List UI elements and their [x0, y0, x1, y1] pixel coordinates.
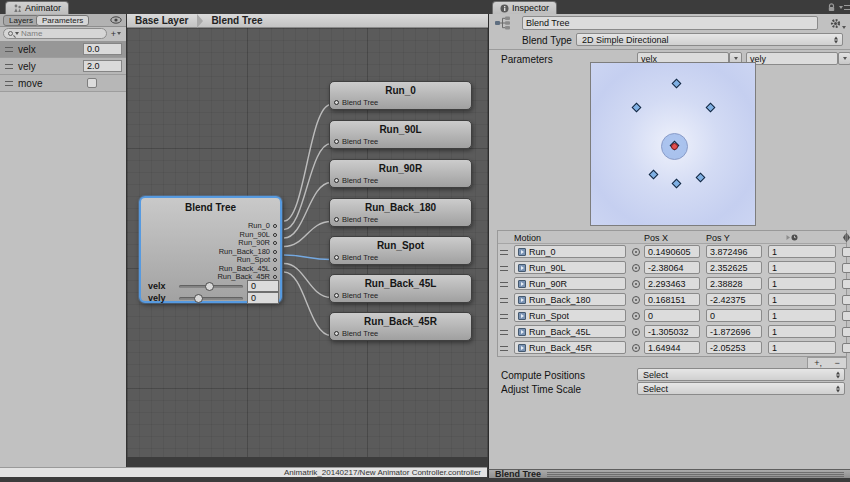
- speed-field[interactable]: 1: [768, 245, 836, 258]
- input-port-icon[interactable]: [334, 293, 339, 298]
- blend-sample-diamond[interactable]: [695, 172, 705, 182]
- motion-node[interactable]: Run_Back_45RBlend Tree: [329, 312, 472, 341]
- motion-node[interactable]: Run_Back_180Blend Tree: [329, 198, 472, 227]
- blend-sample-diamond[interactable]: [648, 170, 658, 180]
- blend-tree-graph-canvas[interactable]: Blend Tree Run_0Run_90LRun_90RRun_Back_1…: [127, 28, 488, 457]
- speed-field[interactable]: 1: [768, 261, 836, 274]
- slider-value-field[interactable]: 0: [247, 280, 279, 292]
- pos-y-field[interactable]: 2.352625: [706, 261, 762, 274]
- add-motion-button[interactable]: +,: [814, 358, 822, 368]
- parameter-value-field[interactable]: 2.0: [83, 60, 122, 72]
- pos-x-field[interactable]: 0.168151: [644, 293, 700, 306]
- speed-field[interactable]: 1: [768, 293, 836, 306]
- param-y-dropdown[interactable]: vely: [746, 52, 838, 65]
- output-port-icon[interactable]: [273, 241, 277, 245]
- add-parameter-button[interactable]: +: [109, 28, 123, 39]
- mirror-checkbox[interactable]: [842, 343, 850, 353]
- input-port-icon[interactable]: [334, 331, 339, 336]
- blend-tree-node[interactable]: Blend Tree Run_0Run_90LRun_90RRun_Back_1…: [139, 196, 282, 303]
- pos-y-field[interactable]: 3.872496: [706, 245, 762, 258]
- pos-x-field[interactable]: 0.1490605: [644, 245, 700, 258]
- motion-object-field[interactable]: Run_Back_45L: [514, 325, 626, 338]
- mirror-checkbox[interactable]: [842, 295, 850, 305]
- adjust-time-scale-dropdown[interactable]: Select: [637, 382, 845, 395]
- motion-object-field[interactable]: Run_Spot: [514, 309, 626, 322]
- pos-y-field[interactable]: -2.42375: [706, 293, 762, 306]
- object-picker-icon[interactable]: [632, 264, 640, 272]
- parameter-row[interactable]: velx0.0: [0, 41, 126, 58]
- object-picker-icon[interactable]: [632, 248, 640, 256]
- eye-icon[interactable]: [110, 16, 122, 24]
- gear-icon[interactable]: [830, 18, 846, 29]
- drag-handle-icon[interactable]: [500, 298, 508, 303]
- mirror-checkbox[interactable]: [842, 247, 850, 257]
- preview-pane-header[interactable]: Blend Tree: [488, 469, 850, 478]
- output-port-icon[interactable]: [273, 275, 277, 279]
- blend-sample-diamond[interactable]: [671, 79, 681, 89]
- mirror-checkbox[interactable]: [842, 327, 850, 337]
- parameter-row[interactable]: move: [0, 75, 126, 92]
- parameter-value-field[interactable]: 0.0: [83, 43, 122, 55]
- blend-tree-name-field[interactable]: Blend Tree: [522, 16, 818, 30]
- current-position-dot[interactable]: [671, 143, 678, 150]
- slider-thumb[interactable]: [194, 294, 203, 303]
- drag-handle-icon[interactable]: [500, 266, 508, 271]
- output-port-icon[interactable]: [273, 224, 277, 228]
- slider-value-field[interactable]: 0: [247, 292, 279, 304]
- input-port-icon[interactable]: [334, 217, 339, 222]
- object-picker-icon[interactable]: [632, 312, 640, 320]
- motion-node[interactable]: Run_0Blend Tree: [329, 81, 472, 110]
- output-port-icon[interactable]: [273, 258, 277, 262]
- speed-field[interactable]: 1: [768, 277, 836, 290]
- object-picker-icon[interactable]: [632, 296, 640, 304]
- blend-sample-diamond[interactable]: [672, 178, 682, 188]
- parameter-row[interactable]: vely2.0: [0, 58, 126, 75]
- tab-parameters[interactable]: Parameters: [36, 15, 89, 26]
- slider-thumb[interactable]: [205, 282, 214, 291]
- output-port-icon[interactable]: [273, 267, 277, 271]
- pos-x-field[interactable]: -1.305032: [644, 325, 700, 338]
- drag-handle-icon[interactable]: [500, 346, 508, 351]
- pos-x-field[interactable]: 1.64944: [644, 341, 700, 354]
- mirror-checkbox[interactable]: [842, 279, 850, 289]
- blend-sample-diamond[interactable]: [631, 103, 641, 113]
- motion-node[interactable]: Run_Back_45LBlend Tree: [329, 274, 472, 303]
- input-port-icon[interactable]: [334, 178, 339, 183]
- object-picker-icon[interactable]: [632, 344, 640, 352]
- speed-field[interactable]: 1: [768, 341, 836, 354]
- compute-positions-dropdown[interactable]: Select: [637, 368, 845, 381]
- mirror-checkbox[interactable]: [842, 263, 850, 273]
- parameter-checkbox[interactable]: [87, 78, 97, 88]
- motion-object-field[interactable]: Run_Back_45R: [514, 341, 626, 354]
- tab-inspector[interactable]: Inspector: [492, 1, 557, 14]
- input-port-icon[interactable]: [334, 255, 339, 260]
- drag-handle-icon[interactable]: [500, 282, 508, 287]
- pos-x-field[interactable]: -2.38064: [644, 261, 700, 274]
- input-port-icon[interactable]: [334, 100, 339, 105]
- search-input[interactable]: Name: [3, 28, 107, 39]
- output-port-icon[interactable]: [273, 250, 277, 254]
- tab-animator[interactable]: Animator: [5, 1, 69, 14]
- blend-type-dropdown[interactable]: 2D Simple Directional: [576, 33, 843, 46]
- blend-space-diagram[interactable]: [590, 62, 756, 226]
- object-picker-icon[interactable]: [632, 280, 640, 288]
- input-port-icon[interactable]: [334, 139, 339, 144]
- mirror-checkbox[interactable]: [842, 311, 850, 321]
- tab-layers[interactable]: Layers: [3, 15, 39, 26]
- drag-handle-icon[interactable]: [500, 314, 508, 319]
- slider-track[interactable]: [179, 297, 243, 300]
- drag-handle-icon[interactable]: [5, 64, 13, 69]
- pos-y-field[interactable]: 2.38828: [706, 277, 762, 290]
- breadcrumb-blend-tree[interactable]: Blend Tree: [211, 15, 262, 26]
- object-picker-icon[interactable]: [632, 328, 640, 336]
- param-y-dropdown-button[interactable]: [838, 52, 850, 65]
- drag-handle-icon[interactable]: [5, 81, 13, 86]
- motion-object-field[interactable]: Run_90L: [514, 261, 626, 274]
- motion-object-field[interactable]: Run_0: [514, 245, 626, 258]
- slider-track[interactable]: [179, 285, 243, 288]
- motion-object-field[interactable]: Run_90R: [514, 277, 626, 290]
- remove-motion-button[interactable]: −: [834, 358, 839, 368]
- blend-sample-diamond[interactable]: [705, 102, 715, 112]
- context-menu-icon[interactable]: [839, 5, 850, 10]
- motion-node[interactable]: Run_SpotBlend Tree: [329, 236, 472, 265]
